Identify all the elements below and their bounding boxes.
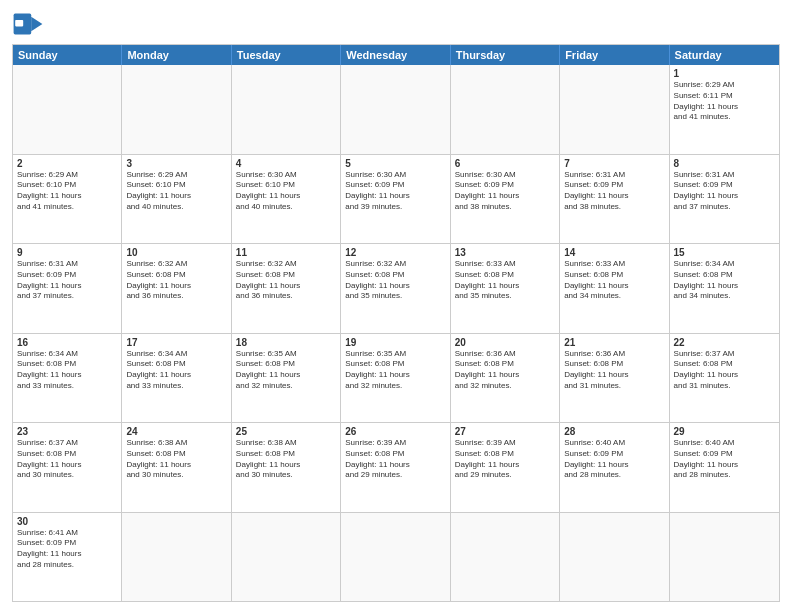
calendar-cell: 26Sunrise: 6:39 AM Sunset: 6:08 PM Dayli… <box>341 423 450 512</box>
calendar-cell: 13Sunrise: 6:33 AM Sunset: 6:08 PM Dayli… <box>451 244 560 333</box>
day-number: 16 <box>17 337 117 348</box>
week-2: 2Sunrise: 6:29 AM Sunset: 6:10 PM Daylig… <box>13 155 779 245</box>
cell-info: Sunrise: 6:40 AM Sunset: 6:09 PM Dayligh… <box>564 438 664 481</box>
day-number: 21 <box>564 337 664 348</box>
day-number: 26 <box>345 426 445 437</box>
calendar-cell <box>670 513 779 602</box>
cell-info: Sunrise: 6:41 AM Sunset: 6:09 PM Dayligh… <box>17 528 117 571</box>
calendar: SundayMondayTuesdayWednesdayThursdayFrid… <box>12 44 780 602</box>
calendar-cell: 18Sunrise: 6:35 AM Sunset: 6:08 PM Dayli… <box>232 334 341 423</box>
calendar-cell: 3Sunrise: 6:29 AM Sunset: 6:10 PM Daylig… <box>122 155 231 244</box>
cell-info: Sunrise: 6:29 AM Sunset: 6:11 PM Dayligh… <box>674 80 775 123</box>
day-header-wednesday: Wednesday <box>341 45 450 65</box>
day-number: 28 <box>564 426 664 437</box>
cell-info: Sunrise: 6:36 AM Sunset: 6:08 PM Dayligh… <box>564 349 664 392</box>
day-number: 18 <box>236 337 336 348</box>
calendar-cell <box>341 65 450 154</box>
day-header-saturday: Saturday <box>670 45 779 65</box>
day-number: 9 <box>17 247 117 258</box>
calendar-cell: 20Sunrise: 6:36 AM Sunset: 6:08 PM Dayli… <box>451 334 560 423</box>
calendar-cell: 25Sunrise: 6:38 AM Sunset: 6:08 PM Dayli… <box>232 423 341 512</box>
cell-info: Sunrise: 6:29 AM Sunset: 6:10 PM Dayligh… <box>126 170 226 213</box>
cell-info: Sunrise: 6:35 AM Sunset: 6:08 PM Dayligh… <box>345 349 445 392</box>
cell-info: Sunrise: 6:31 AM Sunset: 6:09 PM Dayligh… <box>564 170 664 213</box>
calendar-cell: 12Sunrise: 6:32 AM Sunset: 6:08 PM Dayli… <box>341 244 450 333</box>
calendar-cell: 17Sunrise: 6:34 AM Sunset: 6:08 PM Dayli… <box>122 334 231 423</box>
day-number: 22 <box>674 337 775 348</box>
cell-info: Sunrise: 6:30 AM Sunset: 6:10 PM Dayligh… <box>236 170 336 213</box>
cell-info: Sunrise: 6:33 AM Sunset: 6:08 PM Dayligh… <box>564 259 664 302</box>
cell-info: Sunrise: 6:36 AM Sunset: 6:08 PM Dayligh… <box>455 349 555 392</box>
cell-info: Sunrise: 6:39 AM Sunset: 6:08 PM Dayligh… <box>455 438 555 481</box>
day-number: 14 <box>564 247 664 258</box>
cell-info: Sunrise: 6:34 AM Sunset: 6:08 PM Dayligh… <box>674 259 775 302</box>
cell-info: Sunrise: 6:30 AM Sunset: 6:09 PM Dayligh… <box>455 170 555 213</box>
svg-marker-1 <box>31 17 42 31</box>
day-header-sunday: Sunday <box>13 45 122 65</box>
week-4: 16Sunrise: 6:34 AM Sunset: 6:08 PM Dayli… <box>13 334 779 424</box>
cell-info: Sunrise: 6:29 AM Sunset: 6:10 PM Dayligh… <box>17 170 117 213</box>
calendar-cell <box>451 513 560 602</box>
day-number: 5 <box>345 158 445 169</box>
calendar-cell: 9Sunrise: 6:31 AM Sunset: 6:09 PM Daylig… <box>13 244 122 333</box>
logo-icon <box>12 10 44 38</box>
cell-info: Sunrise: 6:32 AM Sunset: 6:08 PM Dayligh… <box>236 259 336 302</box>
calendar-cell <box>451 65 560 154</box>
calendar-cell: 6Sunrise: 6:30 AM Sunset: 6:09 PM Daylig… <box>451 155 560 244</box>
day-number: 17 <box>126 337 226 348</box>
day-number: 29 <box>674 426 775 437</box>
day-number: 8 <box>674 158 775 169</box>
calendar-cell: 23Sunrise: 6:37 AM Sunset: 6:08 PM Dayli… <box>13 423 122 512</box>
day-number: 15 <box>674 247 775 258</box>
calendar-cell: 30Sunrise: 6:41 AM Sunset: 6:09 PM Dayli… <box>13 513 122 602</box>
calendar-cell <box>122 513 231 602</box>
calendar-cell: 10Sunrise: 6:32 AM Sunset: 6:08 PM Dayli… <box>122 244 231 333</box>
week-3: 9Sunrise: 6:31 AM Sunset: 6:09 PM Daylig… <box>13 244 779 334</box>
week-1: 1Sunrise: 6:29 AM Sunset: 6:11 PM Daylig… <box>13 65 779 155</box>
day-number: 1 <box>674 68 775 79</box>
svg-rect-2 <box>15 20 23 26</box>
day-number: 6 <box>455 158 555 169</box>
day-number: 12 <box>345 247 445 258</box>
cell-info: Sunrise: 6:37 AM Sunset: 6:08 PM Dayligh… <box>674 349 775 392</box>
calendar-cell <box>560 65 669 154</box>
calendar-cell: 19Sunrise: 6:35 AM Sunset: 6:08 PM Dayli… <box>341 334 450 423</box>
day-number: 24 <box>126 426 226 437</box>
page: SundayMondayTuesdayWednesdayThursdayFrid… <box>0 0 792 612</box>
day-number: 4 <box>236 158 336 169</box>
cell-info: Sunrise: 6:37 AM Sunset: 6:08 PM Dayligh… <box>17 438 117 481</box>
day-number: 3 <box>126 158 226 169</box>
calendar-cell <box>560 513 669 602</box>
week-6: 30Sunrise: 6:41 AM Sunset: 6:09 PM Dayli… <box>13 513 779 602</box>
calendar-cell: 2Sunrise: 6:29 AM Sunset: 6:10 PM Daylig… <box>13 155 122 244</box>
calendar-cell: 8Sunrise: 6:31 AM Sunset: 6:09 PM Daylig… <box>670 155 779 244</box>
calendar-cell: 7Sunrise: 6:31 AM Sunset: 6:09 PM Daylig… <box>560 155 669 244</box>
day-number: 2 <box>17 158 117 169</box>
calendar-cell <box>232 513 341 602</box>
calendar-cell <box>122 65 231 154</box>
day-header-tuesday: Tuesday <box>232 45 341 65</box>
calendar-cell: 11Sunrise: 6:32 AM Sunset: 6:08 PM Dayli… <box>232 244 341 333</box>
calendar-cell: 29Sunrise: 6:40 AM Sunset: 6:09 PM Dayli… <box>670 423 779 512</box>
cell-info: Sunrise: 6:30 AM Sunset: 6:09 PM Dayligh… <box>345 170 445 213</box>
day-header-friday: Friday <box>560 45 669 65</box>
weeks: 1Sunrise: 6:29 AM Sunset: 6:11 PM Daylig… <box>13 65 779 601</box>
day-number: 19 <box>345 337 445 348</box>
logo <box>12 10 48 38</box>
calendar-cell: 16Sunrise: 6:34 AM Sunset: 6:08 PM Dayli… <box>13 334 122 423</box>
calendar-cell: 5Sunrise: 6:30 AM Sunset: 6:09 PM Daylig… <box>341 155 450 244</box>
cell-info: Sunrise: 6:31 AM Sunset: 6:09 PM Dayligh… <box>17 259 117 302</box>
cell-info: Sunrise: 6:32 AM Sunset: 6:08 PM Dayligh… <box>345 259 445 302</box>
calendar-cell <box>13 65 122 154</box>
day-number: 25 <box>236 426 336 437</box>
calendar-cell: 27Sunrise: 6:39 AM Sunset: 6:08 PM Dayli… <box>451 423 560 512</box>
day-number: 30 <box>17 516 117 527</box>
day-headers: SundayMondayTuesdayWednesdayThursdayFrid… <box>13 45 779 65</box>
week-5: 23Sunrise: 6:37 AM Sunset: 6:08 PM Dayli… <box>13 423 779 513</box>
calendar-cell: 22Sunrise: 6:37 AM Sunset: 6:08 PM Dayli… <box>670 334 779 423</box>
cell-info: Sunrise: 6:33 AM Sunset: 6:08 PM Dayligh… <box>455 259 555 302</box>
calendar-cell: 24Sunrise: 6:38 AM Sunset: 6:08 PM Dayli… <box>122 423 231 512</box>
calendar-cell: 1Sunrise: 6:29 AM Sunset: 6:11 PM Daylig… <box>670 65 779 154</box>
day-number: 10 <box>126 247 226 258</box>
day-number: 11 <box>236 247 336 258</box>
